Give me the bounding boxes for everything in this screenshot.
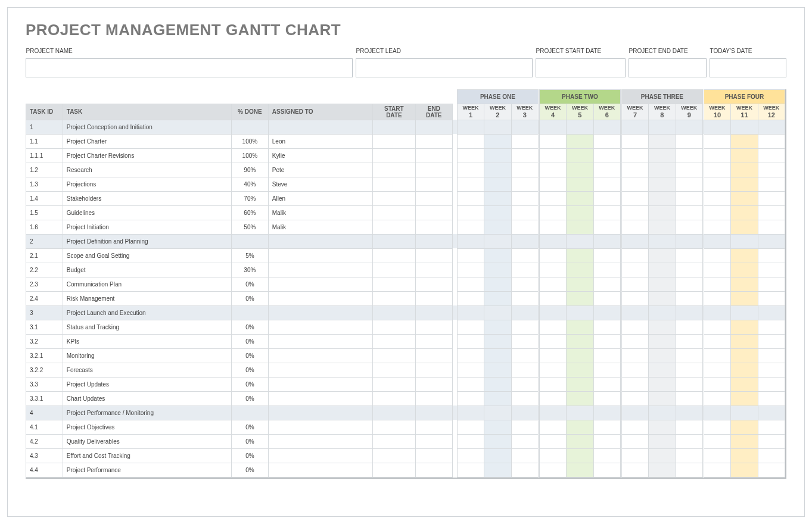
- cell-week-5[interactable]: [567, 420, 593, 434]
- cell-assigned-to[interactable]: Kylie: [268, 148, 372, 163]
- cell-week-1[interactable]: [457, 177, 484, 191]
- cell-task-id[interactable]: 1.5: [26, 205, 63, 220]
- cell-pct-done[interactable]: 0%: [231, 448, 268, 463]
- cell-week-5[interactable]: [567, 348, 593, 363]
- cell-start-date[interactable]: [372, 377, 415, 391]
- cell-task-id[interactable]: 2.2: [26, 263, 63, 277]
- cell-pct-done[interactable]: 0%: [231, 334, 268, 348]
- cell-week-10[interactable]: [704, 134, 730, 148]
- cell-task-name[interactable]: Project Charter: [63, 134, 231, 148]
- cell-week-11[interactable]: [731, 348, 758, 363]
- cell-week-12[interactable]: [758, 277, 785, 291]
- cell-pct-done[interactable]: 0%: [231, 434, 268, 448]
- cell-week-8[interactable]: [649, 248, 676, 263]
- cell-week-7[interactable]: [621, 320, 648, 334]
- cell-task-name[interactable]: Risk Management: [63, 291, 231, 305]
- cell-week-5[interactable]: [567, 177, 593, 191]
- cell-week-8[interactable]: [649, 205, 676, 220]
- cell-start-date[interactable]: [372, 263, 415, 277]
- cell-week-10[interactable]: [704, 434, 730, 448]
- cell-week-11[interactable]: [731, 148, 758, 163]
- cell-week-9[interactable]: [676, 248, 702, 263]
- cell-week-11[interactable]: [731, 163, 758, 177]
- cell-task-name[interactable]: Budget: [63, 263, 231, 277]
- cell-week-9[interactable]: [676, 320, 702, 334]
- cell-week-8[interactable]: [649, 377, 676, 391]
- cell-week-6[interactable]: [593, 391, 620, 406]
- cell-week-1[interactable]: [457, 391, 484, 406]
- cell-task-id[interactable]: 4.2: [26, 434, 63, 448]
- cell-week-8[interactable]: [649, 420, 676, 434]
- cell-pct-done[interactable]: 40%: [231, 177, 268, 191]
- cell-week-8[interactable]: [649, 348, 676, 363]
- cell-week-12[interactable]: [758, 334, 785, 348]
- cell-week-1[interactable]: [457, 377, 484, 391]
- cell-week-7[interactable]: [621, 263, 648, 277]
- cell-end-date[interactable]: [415, 263, 452, 277]
- cell-week-4[interactable]: [539, 363, 566, 377]
- cell-assigned-to[interactable]: [268, 248, 372, 263]
- cell-week-11[interactable]: [731, 334, 758, 348]
- cell-end-date[interactable]: [415, 320, 452, 334]
- cell-week-6[interactable]: [593, 463, 620, 477]
- cell-week-3[interactable]: [511, 434, 538, 448]
- cell-start-date[interactable]: [372, 177, 415, 191]
- input-project-name[interactable]: [26, 59, 353, 77]
- cell-week-7[interactable]: [621, 191, 648, 205]
- cell-task-name[interactable]: Project Updates: [63, 377, 231, 391]
- cell-week-4[interactable]: [539, 248, 566, 263]
- cell-week-9[interactable]: [676, 334, 702, 348]
- cell-end-date[interactable]: [415, 334, 452, 348]
- cell-week-11[interactable]: [731, 391, 758, 406]
- cell-task-name[interactable]: Project Charter Revisions: [63, 148, 231, 163]
- cell-week-7[interactable]: [621, 163, 648, 177]
- cell-week-4[interactable]: [539, 291, 566, 305]
- cell-week-1[interactable]: [457, 420, 484, 434]
- cell-week-7[interactable]: [621, 205, 648, 220]
- cell-week-4[interactable]: [539, 177, 566, 191]
- cell-week-4[interactable]: [539, 448, 566, 463]
- cell-task-id[interactable]: 1.1: [26, 134, 63, 148]
- cell-pct-done[interactable]: 0%: [231, 291, 268, 305]
- cell-week-6[interactable]: [593, 191, 620, 205]
- cell-task-id[interactable]: 4.1: [26, 420, 63, 434]
- cell-week-8[interactable]: [649, 163, 676, 177]
- cell-week-6[interactable]: [593, 205, 620, 220]
- cell-week-4[interactable]: [539, 163, 566, 177]
- cell-week-4[interactable]: [539, 134, 566, 148]
- cell-week-6[interactable]: [593, 163, 620, 177]
- cell-week-2[interactable]: [484, 291, 511, 305]
- cell-week-5[interactable]: [567, 277, 593, 291]
- cell-week-7[interactable]: [621, 291, 648, 305]
- cell-week-12[interactable]: [758, 248, 785, 263]
- cell-week-3[interactable]: [511, 463, 538, 477]
- cell-week-12[interactable]: [758, 377, 785, 391]
- cell-week-5[interactable]: [567, 205, 593, 220]
- cell-task-name[interactable]: Project Objectives: [63, 420, 231, 434]
- cell-week-3[interactable]: [511, 377, 538, 391]
- cell-week-3[interactable]: [511, 291, 538, 305]
- cell-week-3[interactable]: [511, 348, 538, 363]
- cell-week-4[interactable]: [539, 463, 566, 477]
- cell-pct-done[interactable]: 50%: [231, 220, 268, 234]
- cell-week-10[interactable]: [704, 377, 730, 391]
- cell-week-5[interactable]: [567, 334, 593, 348]
- cell-week-3[interactable]: [511, 448, 538, 463]
- cell-week-12[interactable]: [758, 320, 785, 334]
- cell-week-3[interactable]: [511, 420, 538, 434]
- cell-week-10[interactable]: [704, 263, 730, 277]
- cell-week-7[interactable]: [621, 420, 648, 434]
- cell-week-12[interactable]: [758, 463, 785, 477]
- cell-week-12[interactable]: [758, 163, 785, 177]
- cell-week-11[interactable]: [731, 277, 758, 291]
- cell-week-4[interactable]: [539, 220, 566, 234]
- cell-week-12[interactable]: [758, 148, 785, 163]
- cell-week-12[interactable]: [758, 263, 785, 277]
- cell-week-9[interactable]: [676, 148, 702, 163]
- cell-task-name[interactable]: Effort and Cost Tracking: [63, 448, 231, 463]
- cell-week-11[interactable]: [731, 248, 758, 263]
- cell-task-name[interactable]: Status and Tracking: [63, 320, 231, 334]
- cell-start-date[interactable]: [372, 220, 415, 234]
- cell-task-name[interactable]: Stakeholders: [63, 191, 231, 205]
- cell-week-9[interactable]: [676, 463, 702, 477]
